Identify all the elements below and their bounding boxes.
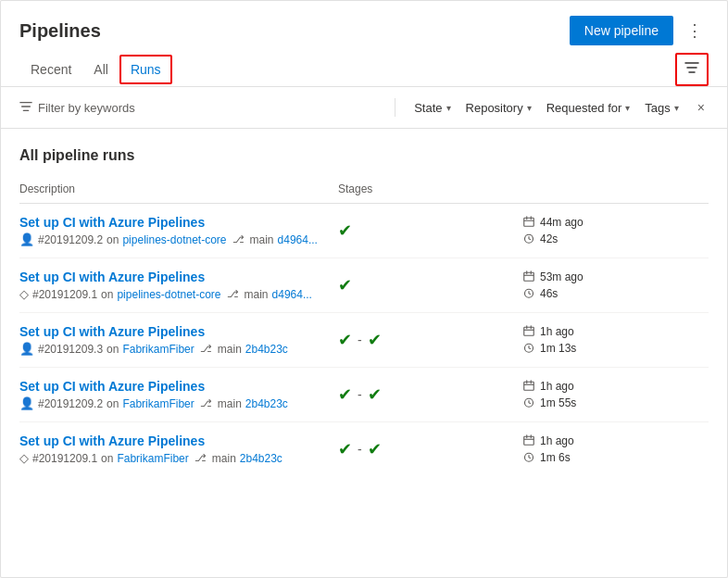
person-icon: 👤 — [19, 342, 34, 356]
pipeline-meta: ◇ #20191209.1 on FabrikamFiber ⎇ main 2b… — [19, 451, 338, 465]
repo-link[interactable]: pipelines-dotnet-core — [122, 233, 226, 246]
col-stages: Stages — [338, 179, 523, 199]
time-ago-row: 1h ago — [523, 380, 709, 394]
run-number: #20191209.2 — [38, 233, 103, 246]
pipeline-name[interactable]: Set up CI with Azure Pipelines — [19, 434, 338, 448]
section-title: All pipeline runs — [19, 147, 709, 164]
duration: 1m 6s — [540, 451, 571, 464]
calendar-icon — [523, 380, 534, 394]
commit-hash[interactable]: d4964... — [278, 233, 318, 246]
svg-rect-2 — [524, 272, 534, 281]
chevron-down-icon: ▾ — [674, 103, 679, 113]
calendar-icon — [523, 325, 534, 339]
repo-link[interactable]: FabrikamFiber — [122, 343, 194, 356]
commit-hash[interactable]: 2b4b23c — [245, 397, 288, 410]
run-number: #20191209.2 — [38, 397, 103, 410]
person-icon: ◇ — [19, 287, 29, 301]
tags-dropdown[interactable]: Tags ▾ — [637, 97, 685, 119]
stage-dash: - — [358, 387, 362, 402]
stages-cell: ✔ - ✔ — [338, 384, 523, 405]
time-ago-row: 44m ago — [523, 216, 709, 230]
on-text: on — [107, 397, 119, 410]
duration: 1m 13s — [540, 342, 576, 355]
branch-icon: ⎇ — [232, 233, 245, 245]
stage-success-icon: ✔ — [338, 220, 352, 241]
branch-icon: ⎇ — [200, 397, 212, 409]
pipeline-name[interactable]: Set up CI with Azure Pipelines — [19, 215, 338, 230]
time-ago: 1h ago — [540, 434, 574, 447]
state-dropdown[interactable]: State ▾ — [407, 97, 458, 119]
time-cell: 44m ago 42s — [523, 216, 709, 246]
filter-close-button[interactable]: × — [694, 96, 709, 119]
clock-icon — [523, 451, 534, 465]
time-ago: 1h ago — [540, 325, 574, 338]
requested-for-dropdown[interactable]: Requested for ▾ — [539, 97, 638, 119]
table-row: Set up CI with Azure Pipelines 👤 #201912… — [19, 204, 709, 258]
keyword-filter[interactable]: Filter by keywords — [19, 100, 383, 116]
pipeline-meta: 👤 #20191209.3 on FabrikamFiber ⎇ main 2b… — [19, 342, 338, 356]
col-time — [523, 179, 709, 199]
page-title: Pipelines — [19, 20, 101, 42]
duration: 42s — [540, 232, 558, 245]
repository-dropdown[interactable]: Repository ▾ — [458, 97, 539, 119]
keyword-placeholder: Filter by keywords — [38, 101, 135, 115]
run-number: #20191209.1 — [32, 452, 97, 465]
pipeline-name[interactable]: Set up CI with Azure Pipelines — [19, 324, 338, 339]
pipeline-name[interactable]: Set up CI with Azure Pipelines — [19, 270, 338, 284]
duration-row: 1m 55s — [523, 396, 709, 410]
person-icon: 👤 — [19, 396, 34, 410]
stages-cell: ✔ — [338, 220, 523, 241]
tab-recent[interactable]: Recent — [19, 55, 82, 86]
commit-hash[interactable]: 2b4b23c — [245, 343, 288, 356]
stage-success-icon: ✔ — [338, 275, 352, 295]
run-number: #20191209.1 — [32, 288, 97, 301]
pipeline-meta: 👤 #20191209.2 on FabrikamFiber ⎇ main 2b… — [19, 396, 338, 410]
stages-cell: ✔ — [338, 275, 523, 295]
duration-row: 46s — [523, 287, 709, 301]
tab-runs[interactable]: Runs — [119, 55, 172, 84]
pipelines-page: Pipelines New pipeline ⋮ Recent All Runs — [0, 0, 728, 578]
person-icon: 👤 — [19, 232, 34, 246]
on-text: on — [107, 343, 119, 356]
pipeline-name[interactable]: Set up CI with Azure Pipelines — [19, 379, 338, 394]
repo-link[interactable]: FabrikamFiber — [117, 452, 188, 465]
chevron-down-icon: ▾ — [446, 103, 451, 113]
filter-bar: Filter by keywords State ▾ Repository ▾ … — [1, 87, 727, 129]
filter-toggle-icon[interactable] — [675, 53, 709, 86]
pipeline-meta: 👤 #20191209.2 on pipelines-dotnet-core ⎇… — [19, 232, 338, 246]
table-row: Set up CI with Azure Pipelines 👤 #201912… — [19, 313, 709, 368]
new-pipeline-button[interactable]: New pipeline — [570, 16, 673, 45]
clock-icon — [523, 396, 534, 410]
chevron-down-icon: ▾ — [527, 103, 532, 113]
commit-hash[interactable]: 2b4b23c — [240, 452, 282, 465]
branch-name: main — [250, 233, 274, 246]
more-options-button[interactable]: ⋮ — [681, 17, 709, 44]
filter-separator — [395, 98, 395, 117]
tab-all[interactable]: All — [82, 55, 119, 86]
on-text: on — [101, 452, 113, 465]
stages-cell: ✔ - ✔ — [338, 330, 523, 350]
svg-rect-4 — [524, 327, 534, 335]
page-header: Pipelines New pipeline ⋮ — [1, 1, 727, 45]
time-ago-row: 1h ago — [523, 325, 709, 339]
time-ago: 53m ago — [540, 270, 584, 283]
pipeline-description: Set up CI with Azure Pipelines ◇ #201912… — [19, 270, 338, 301]
repo-link[interactable]: FabrikamFiber — [122, 397, 194, 410]
branch-icon: ⎇ — [195, 452, 207, 464]
filter-icon — [19, 100, 32, 116]
pipeline-description: Set up CI with Azure Pipelines 👤 #201912… — [19, 324, 338, 356]
time-ago-row: 1h ago — [523, 434, 709, 448]
stage-success-icon: ✔ — [368, 330, 382, 350]
person-icon: ◇ — [19, 451, 29, 465]
branch-name: main — [245, 288, 269, 301]
time-ago-row: 53m ago — [523, 270, 709, 284]
calendar-icon — [523, 270, 534, 284]
pipeline-description: Set up CI with Azure Pipelines 👤 #201912… — [19, 215, 338, 246]
branch-name: main — [212, 452, 236, 465]
duration-row: 1m 13s — [523, 342, 709, 356]
more-icon: ⋮ — [686, 21, 703, 40]
commit-hash[interactable]: d4964... — [272, 288, 312, 301]
time-ago: 1h ago — [540, 380, 574, 393]
branch-icon: ⎇ — [200, 343, 212, 355]
repo-link[interactable]: pipelines-dotnet-core — [117, 288, 220, 301]
